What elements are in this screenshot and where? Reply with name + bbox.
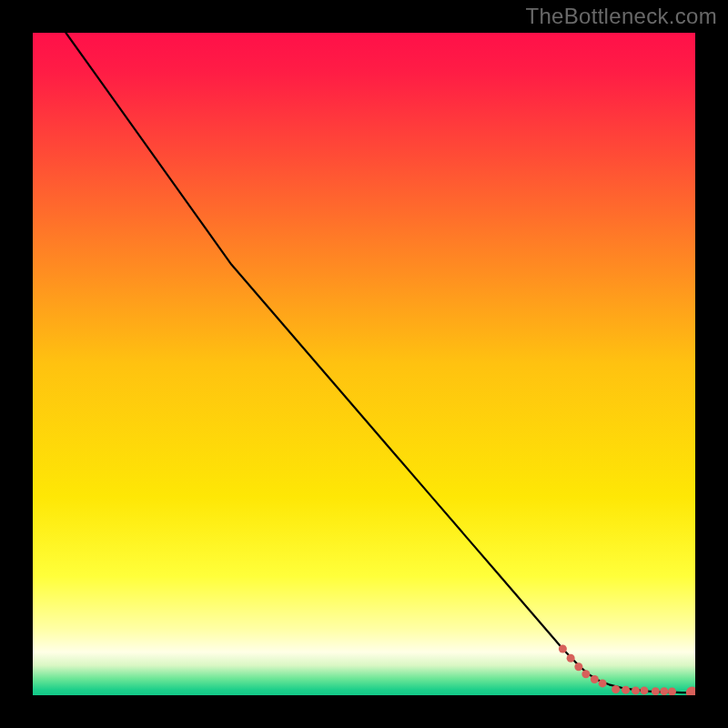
data-point: [622, 686, 630, 694]
data-point: [567, 654, 575, 662]
data-point: [632, 686, 640, 694]
chart-svg: [33, 33, 695, 695]
data-point: [652, 687, 660, 695]
plot-area: [33, 33, 695, 695]
watermark-text: TheBottleneck.com: [525, 4, 717, 29]
gradient-background: [33, 33, 695, 695]
data-point: [559, 645, 567, 653]
data-point: [581, 670, 590, 678]
data-point: [612, 685, 620, 693]
data-point: [660, 687, 668, 695]
chart-frame: TheBottleneck.com: [0, 0, 728, 728]
data-point: [599, 679, 607, 687]
data-point: [640, 686, 648, 694]
data-point: [574, 662, 582, 671]
data-point: [591, 675, 599, 683]
